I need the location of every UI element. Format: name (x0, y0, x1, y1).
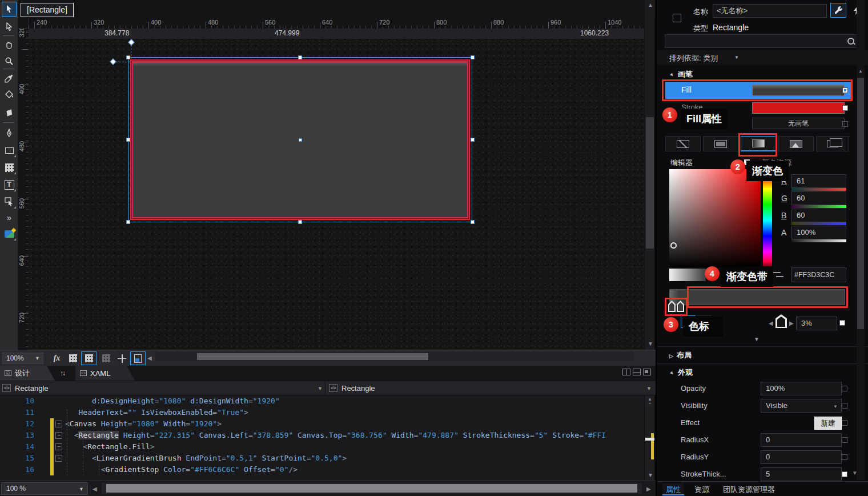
fill-property-row[interactable]: Fill (665, 82, 851, 99)
saturation-value-picker[interactable] (669, 169, 761, 267)
scroll-right-icon[interactable]: ▶ (646, 486, 651, 492)
anchor-diamond-left[interactable] (110, 58, 116, 65)
next-stop-icon[interactable]: ▶ (789, 320, 794, 326)
properties-mode-button[interactable] (830, 3, 846, 18)
alpha-channel-label[interactable]: A (781, 228, 786, 237)
brush-section-header[interactable]: ▼画笔 (669, 69, 693, 79)
tab-properties[interactable]: 属性 (662, 483, 684, 495)
effect-new-button[interactable]: 新建 (814, 417, 842, 430)
snap-to-grid-button[interactable] (81, 351, 97, 365)
split-vertical-icon[interactable] (622, 369, 630, 375)
tool-selection[interactable] (2, 2, 17, 17)
element-checkbox[interactable] (673, 14, 681, 22)
canvas-vertical-scrollbar[interactable]: ▲ ▼ (644, 0, 654, 350)
appearance-section-header[interactable]: ▼外观 (669, 367, 693, 378)
visibility-marker[interactable] (842, 403, 847, 409)
resize-handle-ne[interactable] (471, 55, 475, 59)
previous-stop-icon[interactable]: ◀ (769, 320, 773, 326)
red-channel-slider[interactable] (791, 188, 846, 191)
resize-handle-sw[interactable] (126, 220, 130, 224)
xaml-code-editor[interactable]: 10 d:DesignHeight="1080" d:DesignWidth="… (0, 395, 644, 480)
anchor-diamond-top[interactable] (128, 39, 134, 45)
tool-eraser[interactable] (2, 105, 17, 120)
scroll-down-icon[interactable]: ▼ (648, 472, 653, 478)
stroke-property-marker[interactable] (842, 105, 848, 111)
tab-editor[interactable]: 编辑器 (670, 158, 693, 168)
tool-eyedropper[interactable] (2, 71, 17, 86)
gradient-brush-tab[interactable] (741, 136, 776, 151)
tool-text[interactable]: T (2, 177, 17, 192)
editor-hscroll-thumb[interactable] (106, 484, 637, 493)
alpha-channel-input[interactable]: 100% (791, 226, 846, 239)
tool-asset-picker[interactable] (2, 194, 17, 209)
tool-assets[interactable] (2, 226, 17, 241)
offset-property-marker[interactable] (839, 320, 845, 326)
resize-handle-e[interactable] (471, 138, 475, 142)
tab-design[interactable]: ◱ 设计 (0, 366, 55, 381)
hex-color-input[interactable]: #FF3D3C3C (791, 267, 846, 282)
opacity-input[interactable]: 100% (761, 382, 842, 395)
expand-more-chevron-icon[interactable]: ▼ (754, 336, 760, 342)
scroll-up-icon[interactable]: ▲ (858, 69, 863, 74)
red-channel-input[interactable]: 61 (791, 174, 846, 188)
editor-zoom-select[interactable]: 100 % ▼ (1, 482, 88, 495)
tool-pen[interactable] (2, 126, 17, 141)
swap-panes-button[interactable]: ↑↓ (54, 367, 71, 379)
design-canvas[interactable] (29, 39, 644, 350)
tool-direct-selection[interactable] (2, 19, 17, 34)
tool-paint-bucket[interactable] (2, 87, 17, 102)
tool-more[interactable]: » (2, 211, 17, 223)
radiusx-input[interactable]: 0 (761, 433, 842, 447)
hue-slider[interactable] (763, 169, 772, 267)
collapse-pane-icon[interactable] (643, 369, 651, 375)
green-channel-input[interactable]: 60 (791, 191, 846, 205)
canvas-hscroll-thumb[interactable] (197, 353, 428, 360)
pixel-grid-button[interactable] (98, 351, 114, 365)
property-search-box[interactable] (665, 34, 859, 48)
opacitymask-property-marker[interactable] (842, 121, 848, 127)
resize-handle-se[interactable] (471, 220, 475, 224)
panel-vscroll-thumb[interactable] (857, 78, 864, 329)
tab-resources[interactable]: 资源 (691, 483, 713, 495)
no-brush-tab[interactable] (665, 136, 701, 151)
tool-grid-panel[interactable] (2, 160, 17, 175)
resize-handle-s[interactable] (298, 220, 302, 224)
fill-brush-swatch[interactable] (752, 85, 845, 96)
canvas-vscroll-thumb[interactable] (646, 117, 654, 249)
stop-offset-input[interactable]: 3% (796, 317, 837, 330)
show-grid-button[interactable] (65, 351, 81, 365)
radiusx-marker[interactable] (842, 437, 847, 443)
chevron-down-icon[interactable]: ▼ (646, 386, 652, 391)
render-effects-toggle-button[interactable] (130, 351, 146, 365)
effect-marker[interactable] (842, 420, 847, 426)
tool-zoom[interactable] (2, 54, 17, 69)
radiusy-input[interactable]: 0 (761, 450, 842, 464)
rotation-center-point[interactable] (299, 138, 302, 142)
blue-channel-label[interactable]: B (781, 211, 786, 220)
scroll-left-icon[interactable]: ◀ (147, 355, 152, 361)
solid-brush-tab[interactable] (703, 136, 738, 151)
snap-to-snaplines-button[interactable] (114, 351, 130, 365)
tool-pan[interactable] (2, 38, 17, 53)
blue-channel-input[interactable]: 60 (791, 209, 846, 222)
strokethickness-marker[interactable] (842, 471, 847, 477)
tile-brush-tab[interactable] (778, 136, 814, 151)
stroke-brush-swatch[interactable] (752, 102, 845, 114)
green-channel-label[interactable]: G (781, 194, 787, 203)
panel-vertical-scrollbar[interactable]: ▲ (857, 0, 865, 480)
opacitymask-value[interactable]: 无画笔 (752, 118, 845, 129)
artboard-breadcrumb[interactable]: [Rectangle] (21, 3, 74, 17)
tab-xaml[interactable]: <> XAML (75, 366, 135, 381)
chevron-down-icon[interactable]: ▼ (318, 386, 323, 391)
nav-type-dropdown[interactable]: <> Rectangle ▼ (0, 381, 326, 396)
resize-handle-w[interactable] (126, 138, 130, 142)
effects-rendering-button[interactable]: fx (49, 351, 65, 365)
swap-colors-icon[interactable] (773, 271, 783, 279)
strokethickness-input[interactable]: 5 (761, 467, 842, 481)
canvas-zoom-select[interactable]: 100% ▼ (2, 353, 43, 364)
editor-vscroll-thumb[interactable] (645, 438, 654, 441)
radiusy-marker[interactable] (842, 454, 847, 460)
arrange-by-bar[interactable]: 排列依据: 类别 ▼ (657, 50, 868, 65)
tab-team-explorer[interactable]: 团队资源管理器 (720, 483, 778, 495)
split-horizontal-icon[interactable] (633, 369, 641, 375)
